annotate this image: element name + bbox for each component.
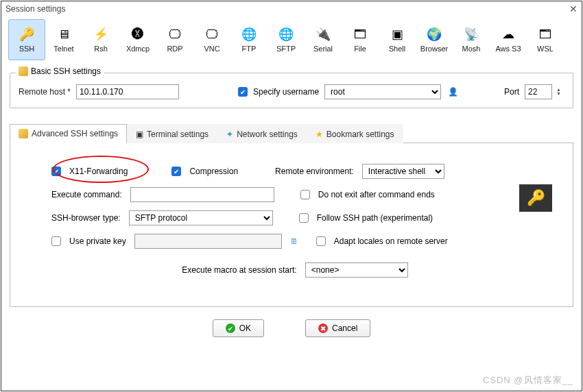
remote-host-label: Remote host * [19, 87, 71, 97]
protocol-vnc[interactable]: 🖵VNC [193, 19, 230, 60]
file-icon[interactable]: 🗎 [290, 236, 298, 246]
protocol-icon: ▣ [388, 27, 406, 42]
protocol-label: FTP [242, 45, 257, 53]
compression-checkbox[interactable]: ✔ [171, 167, 181, 176]
protocol-label: SSH [19, 45, 35, 53]
protocol-label: Aws S3 [495, 45, 521, 53]
check-icon: ✔ [226, 323, 235, 333]
protocol-wsl[interactable]: 🗔WSL [527, 19, 564, 60]
basic-legend: Basic SSH settings [16, 66, 104, 76]
basic-legend-text: Basic SSH settings [31, 66, 101, 76]
remote-host-input[interactable] [76, 84, 179, 99]
protocol-sftp[interactable]: 🌐SFTP [267, 19, 305, 60]
ok-button[interactable]: ✔OK [213, 319, 264, 337]
basic-ssh-group: Basic SSH settings Remote host * ✔ Speci… [10, 73, 573, 108]
protocol-label: File [354, 45, 366, 53]
port-spinner[interactable]: ▲▼ [556, 88, 561, 96]
key-image: 🔑 [519, 184, 552, 212]
protocol-serial[interactable]: 🔌Serial [305, 19, 342, 60]
network-icon: ✦ [226, 130, 233, 139]
protocol-label: Serial [313, 45, 333, 53]
browser-type-label: SSH-browser type: [51, 213, 121, 223]
remote-env-select[interactable]: Interactive shell [362, 164, 444, 179]
do-not-exit-checkbox[interactable] [300, 190, 310, 199]
compression-label: Compression [189, 167, 238, 176]
settings-tabs: Advanced SSH settings ▣Terminal settings… [10, 123, 573, 143]
protocol-rsh[interactable]: ⚡Rsh [82, 19, 119, 60]
protocol-label: RDP [167, 45, 182, 53]
protocol-file[interactable]: 🗔File [342, 19, 379, 60]
x11-forwarding-checkbox[interactable]: ✔ [51, 167, 61, 176]
private-key-checkbox[interactable] [51, 236, 61, 246]
protocol-icon: 📡 [462, 27, 480, 42]
protocol-icon: 🖥 [55, 27, 73, 42]
advanced-tab-body: 🔑 ✔ X11-Forwarding ✔ Compression Remote … [10, 143, 573, 307]
protocol-label: Shell [389, 45, 405, 53]
protocol-rdp[interactable]: 🖵RDP [156, 19, 193, 60]
browser-type-select[interactable]: SFTP protocol [129, 210, 273, 225]
star-icon: ★ [316, 130, 323, 139]
remote-env-label: Remote environment: [275, 167, 354, 176]
protocol-awss3[interactable]: ☁Aws S3 [490, 19, 527, 60]
cancel-button[interactable]: ✖Cancel [305, 319, 370, 337]
dialog-buttons: ✔OK ✖Cancel [1, 319, 582, 337]
protocol-xdmcp[interactable]: 🅧Xdmcp [119, 19, 156, 60]
protocol-icon: 🌐 [277, 27, 295, 42]
follow-ssh-checkbox[interactable] [299, 213, 309, 223]
macro-label: Execute macro at session start: [182, 265, 296, 275]
follow-ssh-label: Follow SSH path (experimental) [317, 213, 433, 223]
protocol-icon: 🌍 [425, 27, 443, 42]
port-input[interactable] [525, 84, 552, 99]
close-icon[interactable]: ✕ [569, 3, 578, 14]
protocol-icon: 🗔 [351, 27, 369, 42]
protocol-ssh[interactable]: 🔑SSH [8, 19, 45, 60]
protocol-label: SFTP [276, 45, 296, 53]
protocol-browser[interactable]: 🌍Browser [416, 19, 453, 60]
do-not-exit-label: Do not exit after command ends [318, 190, 435, 199]
protocol-icon: 🖵 [166, 27, 184, 42]
protocol-label: Telnet [53, 45, 73, 53]
tab-terminal[interactable]: ▣Terminal settings [127, 124, 217, 143]
protocol-label: Browser [420, 45, 448, 53]
protocol-icon: 🖵 [203, 27, 221, 42]
protocol-icon: 🔌 [314, 27, 332, 42]
specify-username-checkbox[interactable]: ✔ [238, 87, 248, 97]
adapt-locales-label: Adapt locales on remote server [334, 236, 448, 246]
exec-command-label: Execute command: [51, 190, 122, 199]
protocol-label: Xdmcp [126, 45, 150, 53]
protocol-label: Mosh [462, 45, 481, 53]
username-select[interactable]: root [324, 84, 441, 99]
tab-bookmark[interactable]: ★Bookmark settings [307, 124, 403, 143]
key-icon [19, 66, 28, 76]
protocol-icon: 🌐 [240, 27, 258, 42]
watermark: CSDN @风情客家__ [483, 374, 573, 387]
protocol-label: WSL [537, 45, 554, 53]
session-settings-window: Session settings ✕ 🔑SSH🖥Telnet⚡Rsh🅧Xdmcp… [1, 1, 582, 391]
specify-username-label: Specify username [253, 87, 319, 97]
protocol-icon: 🔑 [18, 27, 36, 42]
titlebar: Session settings ✕ [1, 1, 582, 16]
terminal-icon: ▣ [136, 130, 143, 139]
adapt-locales-checkbox[interactable] [316, 236, 326, 246]
protocol-shell[interactable]: ▣Shell [379, 19, 416, 60]
protocol-icon: ☁ [499, 27, 517, 42]
protocol-telnet[interactable]: 🖥Telnet [45, 19, 82, 60]
protocol-icon: ⚡ [92, 27, 110, 42]
private-key-label: Use private key [69, 236, 126, 246]
exec-command-input[interactable] [130, 187, 274, 202]
protocol-label: VNC [204, 45, 219, 53]
user-icon[interactable]: 👤 [447, 86, 459, 98]
protocol-ftp[interactable]: 🌐FTP [230, 19, 267, 60]
protocol-toolbar: 🔑SSH🖥Telnet⚡Rsh🅧Xdmcp🖵RDP🖵VNC🌐FTP🌐SFTP🔌S… [1, 16, 582, 60]
private-key-input[interactable] [134, 234, 282, 249]
cancel-icon: ✖ [318, 323, 328, 333]
tab-network[interactable]: ✦Network settings [217, 124, 307, 143]
x11-forwarding-label: X11-Forwarding [69, 167, 128, 176]
protocol-label: Rsh [94, 45, 108, 53]
key-icon [19, 129, 28, 138]
protocol-icon: 🅧 [129, 27, 147, 42]
protocol-icon: 🗔 [536, 27, 554, 42]
tab-advanced-ssh[interactable]: Advanced SSH settings [10, 124, 127, 143]
protocol-mosh[interactable]: 📡Mosh [453, 19, 490, 60]
macro-select[interactable]: <none> [305, 262, 408, 278]
